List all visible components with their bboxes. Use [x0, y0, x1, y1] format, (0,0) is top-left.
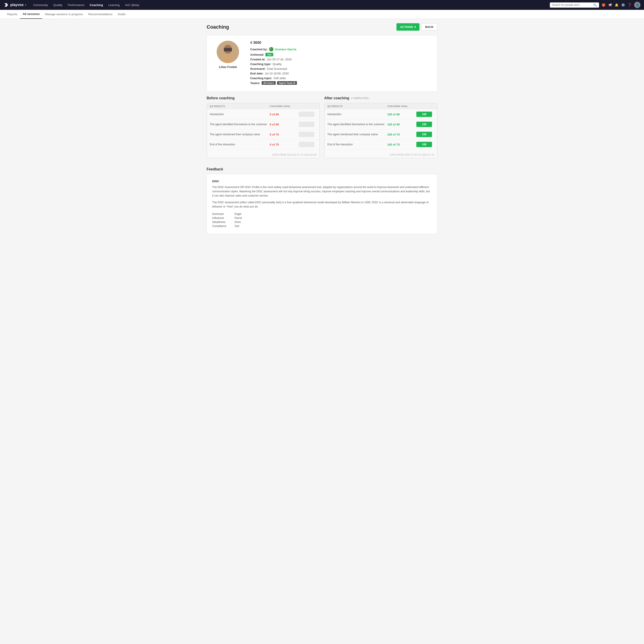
before-row-2: The agent mentioned their company name 0… — [207, 129, 319, 140]
after-qa-header: QA RESULTS COACHING GOAL — [325, 103, 437, 109]
sub-navigation: Reports All sessions Manage sessions in … — [0, 10, 644, 19]
after-row-2: The agent mentioned their company name 1… — [325, 129, 437, 140]
main-content: Coaching ACTIONS ▾ BACK — [201, 19, 443, 243]
session-id: # 3600 — [250, 41, 432, 45]
svg-marker-0 — [4, 3, 8, 7]
before-bar-1 — [299, 122, 314, 127]
nav-voc[interactable]: VoC (Beta) — [122, 0, 142, 10]
before-title: Before coaching — [207, 96, 320, 100]
before-row-0: Introduction 0 of 80 — [207, 109, 319, 119]
feedback-title: Feedback — [207, 167, 437, 171]
nav-coaching[interactable]: Coaching — [87, 0, 106, 10]
agent-avatar — [217, 41, 239, 63]
before-qa-header: QA RESULTS COACHING GOAL — [207, 103, 319, 109]
search-input[interactable] — [552, 3, 592, 6]
created-row: Created at: Jun 29 17:42, 2020 — [250, 58, 432, 61]
after-bar-1: 100 — [416, 122, 432, 127]
nav-community[interactable]: Community — [31, 0, 51, 10]
feedback-card: DISC The DISC Assessment OR DISC Profile… — [207, 174, 437, 234]
actions-button[interactable]: ACTIONS ▾ — [396, 23, 420, 31]
nav-links: Community Quality Performance Coaching L… — [31, 0, 550, 10]
help-icon[interactable]: ❓ — [628, 3, 631, 7]
search-box[interactable]: 🔍 — [550, 2, 599, 8]
team-badge-1: Agent Team B — [277, 81, 297, 85]
user-avatar[interactable]: 👤 — [634, 2, 640, 8]
after-bar-3: 100 — [416, 142, 432, 147]
disc-row-0: Dominant Eagle — [212, 212, 432, 216]
coaching-topic-row: Coaching topic: Soft skills — [250, 76, 432, 80]
teams-row: Teams: All Users Agent Team B — [250, 81, 432, 85]
before-row-1: The agent identified themselves to the c… — [207, 119, 319, 129]
megaphone-icon[interactable]: 📢 — [608, 3, 612, 7]
disc-title: DISC — [212, 180, 432, 183]
gear-icon[interactable]: ⚙️ — [621, 3, 625, 7]
before-qa-table: QA RESULTS COACHING GOAL Introduction 0 … — [207, 103, 320, 158]
disc-row-1: Influencer Parrot — [212, 216, 432, 220]
subnav-manage-sessions[interactable]: Manage sessions in progress — [42, 10, 85, 19]
session-card: Lilian Freidel # 3600 Coached by: Gustav… — [207, 35, 437, 92]
feedback-section: Feedback DISC The DISC Assessment OR DIS… — [207, 167, 437, 234]
after-row-1: The agent identified themselves to the c… — [325, 119, 437, 129]
nav-icons: 🎁 📢 🔔 ⚙️ ❓ 👤 — [602, 2, 640, 8]
logo[interactable]: playvox ▾ — [4, 2, 26, 8]
after-data-from: DATA FROM 2020-07-06 TO 2020-07-10 — [325, 152, 437, 158]
avatar-section: Lilian Freidel — [212, 41, 244, 69]
before-coaching-section: Before coaching QA RESULTS COACHING GOAL… — [207, 96, 320, 163]
after-row-3: End of the interaction 100 of 75 100 — [325, 140, 437, 150]
feedback-para2: The DISC assessment (often called DISC p… — [212, 200, 432, 209]
after-bar-2: 100 — [416, 132, 432, 137]
before-bar-2 — [299, 132, 314, 137]
coaching-type-row: Coaching type: Quality — [250, 62, 432, 66]
before-after-section: Before coaching QA RESULTS COACHING GOAL… — [207, 96, 437, 163]
coached-by-row: Coached by: Gustavo Garcia — [250, 47, 432, 51]
bell-icon[interactable]: 🔔 — [615, 3, 619, 7]
after-qa-table: QA RESULTS COACHING GOAL Introduction 10… — [324, 103, 437, 158]
disc-table: Dominant Eagle Influencer Parrot Steadin… — [212, 212, 432, 228]
nav-performance[interactable]: Performance — [65, 0, 87, 10]
subnav-reports[interactable]: Reports — [4, 10, 20, 19]
before-row-3: End of the interaction 0 of 75 — [207, 140, 319, 150]
feedback-para1: The DISC Assessment OR DISC Profile is t… — [212, 185, 432, 198]
after-card: QA RESULTS COACHING GOAL Introduction 10… — [324, 103, 437, 158]
subnav-all-sessions[interactable]: All sessions — [20, 10, 42, 19]
session-info: Lilian Freidel # 3600 Coached by: Gustav… — [212, 41, 432, 86]
chevron-down-icon: ▾ — [414, 25, 416, 29]
end-date-row: End date: Jul 10 18:59, 2020 — [250, 72, 432, 75]
nav-quality[interactable]: Quality — [51, 0, 65, 10]
before-data-from: DATA FROM 2020-06-22 TO 2020-06-26 — [207, 152, 319, 158]
team-badge-0: All Users — [262, 81, 276, 85]
before-bar-3 — [299, 142, 314, 147]
page-title: Coaching — [207, 24, 229, 30]
gift-icon[interactable]: 🎁 — [602, 3, 606, 7]
back-button[interactable]: BACK — [421, 23, 437, 31]
coach-avatar — [269, 47, 273, 51]
subnav-drafts[interactable]: Drafts — [115, 10, 128, 19]
disc-row-2: Steadiness Dove — [212, 220, 432, 224]
before-card: QA RESULTS COACHING GOAL Introduction 0 … — [207, 103, 320, 158]
achieved-badge: Yes — [265, 53, 273, 56]
after-coaching-section: After coaching ( COMPLETED ) QA RESULTS … — [324, 96, 437, 163]
search-icon: 🔍 — [593, 3, 597, 7]
before-bar-0 — [299, 112, 314, 117]
agent-name: Lilian Freidel — [219, 65, 237, 69]
after-row-0: Introduction 100 of 80 100 — [325, 109, 437, 119]
top-navigation: playvox ▾ Community Quality Performance … — [0, 0, 644, 10]
after-bar-0: 100 — [416, 112, 432, 117]
header-actions: ACTIONS ▾ BACK — [396, 23, 437, 31]
page-header: Coaching ACTIONS ▾ BACK — [207, 23, 437, 31]
nav-learning[interactable]: Learning — [106, 0, 122, 10]
disc-row-3: Compliance Owl — [212, 225, 432, 228]
achieved-row: Achieved: Yes — [250, 53, 432, 56]
info-section: # 3600 Coached by: Gustavo Garcia Achiev… — [250, 41, 432, 86]
scorecard-row: Scorecard: Chat Scorecard — [250, 67, 432, 70]
after-title: After coaching ( COMPLETED ) — [324, 96, 437, 100]
subnav-recommendations[interactable]: Recommendations — [86, 10, 115, 19]
coach-name-link[interactable]: Gustavo Garcia — [275, 48, 296, 51]
